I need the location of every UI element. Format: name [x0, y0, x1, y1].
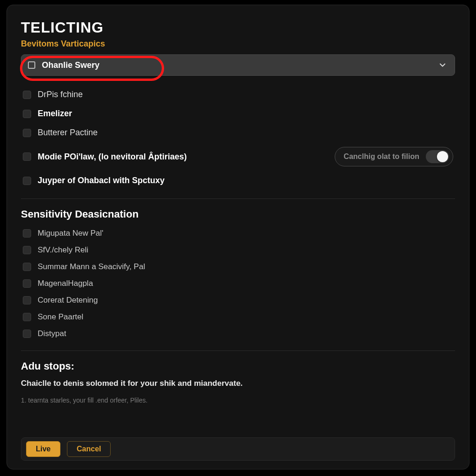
option-label: DrPis fchine — [38, 90, 453, 99]
checkbox-icon[interactable] — [23, 129, 31, 137]
option-row[interactable]: Emelizer — [21, 104, 455, 123]
adu-description: Chaiclle to denis solomed it for your sh… — [21, 379, 455, 388]
option-label: Migupata New Pal' — [38, 229, 453, 238]
checkbox-icon[interactable] — [23, 313, 31, 321]
option-row[interactable]: Migupata New Pal' — [21, 225, 455, 242]
divider — [21, 350, 455, 351]
option-label: Modie POi'law, (lo nevitoral Âptiriaes) — [38, 152, 187, 162]
checkbox-icon[interactable] — [23, 296, 31, 304]
section-title-adu: Adu stops: — [21, 360, 455, 372]
toggle-knob — [437, 151, 448, 162]
option-row[interactable]: Sone Paartel — [21, 309, 455, 325]
live-button[interactable]: Live — [26, 441, 60, 457]
checkbox-icon[interactable] — [23, 263, 31, 271]
content-area: TELICTING Bevitoms Varticapics Ohanlie S… — [7, 5, 469, 404]
checkbox-icon — [28, 61, 35, 69]
option-row[interactable]: MagenalHagpla — [21, 275, 455, 292]
adu-note: 1. tearnta starles, your fill .end orfee… — [21, 397, 455, 404]
option-label: Corerat Detening — [38, 296, 453, 305]
option-label: Distypat — [38, 329, 453, 338]
option-label: Emelizer — [38, 109, 453, 119]
option-label: SfV./chely Reli — [38, 245, 453, 255]
dropdown-selected-label: Ohanlie Swery — [42, 60, 99, 70]
option-label: Butterer Pactine — [38, 128, 453, 138]
profile-dropdown[interactable]: Ohanlie Swery — [21, 54, 455, 76]
option-row[interactable]: Modie POi'law, (lo nevitoral Âptiriaes) … — [21, 142, 455, 171]
toggle-switch[interactable] — [426, 150, 449, 163]
toggle-container: Canclhig olat to filion — [335, 147, 453, 166]
option-label: Summar Mann a Seacivify, Pal — [38, 262, 453, 271]
option-row[interactable]: Juyper of Ohabacl with Spctuxy — [21, 171, 455, 190]
option-row[interactable]: Distypat — [21, 325, 455, 342]
option-row[interactable]: Corerat Detening — [21, 292, 455, 309]
checkbox-icon[interactable] — [23, 229, 31, 238]
option-row[interactable]: Summar Mann a Seacivify, Pal — [21, 258, 455, 275]
option-row[interactable]: Butterer Pactine — [21, 123, 455, 142]
divider — [21, 198, 455, 199]
toggle-hint: Canclhig olat to filion — [344, 152, 419, 161]
chevron-down-icon — [439, 61, 446, 69]
page-subtitle: Bevitoms Varticapics — [21, 39, 455, 49]
page-title: TELICTING — [21, 19, 455, 36]
checkbox-icon[interactable] — [23, 177, 31, 185]
option-row[interactable]: SfV./chely Reli — [21, 242, 455, 258]
sensitivity-group: Migupata New Pal' SfV./chely Reli Summar… — [21, 225, 455, 342]
option-label: Juyper of Ohabacl with Spctuxy — [38, 176, 453, 185]
checkbox-icon[interactable] — [23, 279, 31, 288]
section-title-sensitivity: Sensitivity Deasicnation — [21, 208, 455, 220]
button-bar: Live Cancel — [21, 437, 455, 461]
checkbox-icon[interactable] — [23, 246, 31, 254]
checkbox-icon[interactable] — [23, 91, 31, 99]
checkbox-icon[interactable] — [23, 152, 31, 161]
option-label: MagenalHagpla — [38, 279, 453, 288]
settings-window: TELICTING Bevitoms Varticapics Ohanlie S… — [7, 5, 469, 469]
cancel-button[interactable]: Cancel — [67, 441, 111, 457]
option-label: Sone Paartel — [38, 312, 453, 322]
checkbox-icon[interactable] — [23, 110, 31, 118]
option-row[interactable]: DrPis fchine — [21, 85, 455, 104]
checkbox-icon[interactable] — [23, 330, 31, 338]
